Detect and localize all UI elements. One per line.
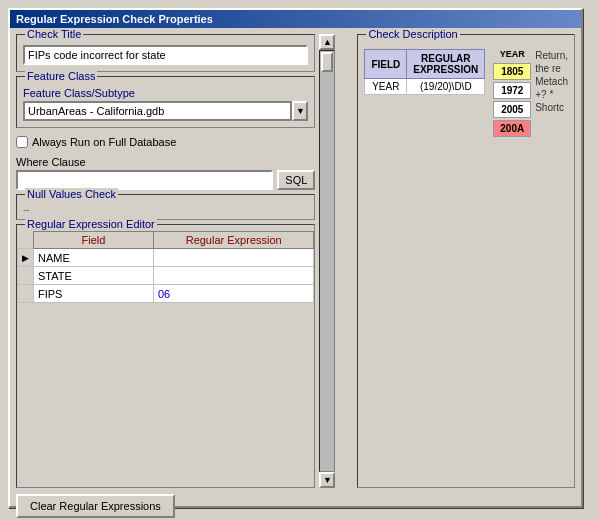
clear-button[interactable]: Clear Regular Expressions (16, 494, 175, 518)
regex-cell-fips[interactable]: 06 (154, 285, 314, 303)
feature-class-label: Feature Class (25, 70, 97, 82)
check-title-input[interactable] (23, 45, 308, 65)
always-run-checkbox[interactable] (16, 136, 28, 148)
year-cell-2005: 2005 (493, 101, 531, 118)
feature-class-sublabel: Feature Class/Subtype (23, 87, 308, 99)
description-diagram: FIELD REGULAREXPRESSION YEAR (19/20)\D\D (364, 49, 568, 137)
scrollbar: ▲ ▼ (319, 34, 335, 488)
field-header: FIELD (365, 50, 407, 79)
desc-example-table: FIELD REGULAREXPRESSION YEAR (19/20)\D\D (364, 49, 485, 95)
table-row: FIPS 06 (18, 285, 314, 303)
feature-class-input[interactable] (23, 101, 292, 121)
main-window: Regular Expression Check Properties Chec… (8, 8, 583, 508)
regex-header: REGULAREXPRESSION (407, 50, 485, 79)
year-cell-1805: 1805 (493, 63, 531, 80)
where-clause-label: Where Clause (16, 156, 315, 168)
feature-class-dropdown-btn[interactable]: ▼ (292, 101, 308, 121)
table-row: STATE (18, 267, 314, 285)
check-title-group: Check Title (16, 34, 315, 72)
left-panel: Check Title Feature Class Feature Class/… (16, 34, 315, 488)
check-title-label: Check Title (25, 28, 83, 40)
table-row: ▶ NAME (18, 249, 314, 267)
check-description-group: Check Description FIELD REGULAREXPRESSIO… (357, 34, 575, 488)
regex-editor-group: Regular Expression Editor Field Regular … (16, 224, 315, 488)
regex-cell-state[interactable] (154, 267, 314, 285)
panels-row: Check Title Feature Class Feature Class/… (10, 28, 581, 488)
where-clause-input[interactable] (16, 170, 273, 190)
null-values-label: Null Values Check (25, 188, 118, 200)
row-arrow-state (18, 267, 34, 285)
window-title: Regular Expression Check Properties (16, 13, 213, 25)
field-cell-name[interactable]: NAME (34, 249, 154, 267)
right-text-4: Shortc (535, 101, 568, 114)
sql-button[interactable]: SQL (277, 170, 315, 190)
feature-class-dropdown-container: ▼ (23, 101, 308, 121)
always-run-label: Always Run on Full Database (32, 136, 176, 148)
desc-field-cell: YEAR (365, 79, 407, 95)
scroll-thumb[interactable] (321, 52, 333, 72)
year-cell-200A: 200A (493, 120, 531, 137)
year-column: YEAR 1805 1972 2005 200A (493, 49, 531, 137)
desc-regex-cell: (19/20)\D\D (407, 79, 485, 95)
row-arrow-name: ▶ (18, 249, 34, 267)
null-values-group: Null Values Check -- (16, 194, 315, 220)
field-cell-state[interactable]: STATE (34, 267, 154, 285)
right-text-3: +? * (535, 88, 568, 101)
regex-column-header: Regular Expression (154, 232, 314, 249)
scroll-track (319, 50, 335, 472)
check-description-label: Check Description (366, 28, 459, 40)
row-arrow-fips (18, 285, 34, 303)
where-clause-section: Where Clause SQL (16, 152, 315, 190)
right-panel: Check Description FIELD REGULAREXPRESSIO… (357, 34, 575, 488)
year-header: YEAR (493, 49, 531, 61)
where-clause-row: SQL (16, 170, 315, 190)
regex-table: Field Regular Expression ▶ NAME (17, 231, 314, 303)
scroll-down-arrow[interactable]: ▼ (319, 472, 335, 488)
main-layout: Check Title Feature Class Feature Class/… (10, 28, 581, 520)
regex-cell-name[interactable] (154, 249, 314, 267)
feature-class-group: Feature Class Feature Class/Subtype ▼ (16, 76, 315, 128)
right-text-1: Return, the re (535, 49, 568, 75)
bottom-row: Clear Regular Expressions (10, 488, 581, 520)
regex-editor-label: Regular Expression Editor (25, 218, 157, 230)
null-values-dashes: -- (23, 204, 30, 215)
right-text-2: Metach (535, 75, 568, 88)
year-cell-1972: 1972 (493, 82, 531, 99)
right-side-description: Return, the re Metach +? * Shortc (535, 49, 568, 114)
desc-table-row: YEAR (19/20)\D\D (365, 79, 485, 95)
always-run-row: Always Run on Full Database (16, 136, 315, 148)
field-cell-fips[interactable]: FIPS (34, 285, 154, 303)
title-bar: Regular Expression Check Properties (10, 10, 581, 28)
field-column-header: Field (34, 232, 154, 249)
scroll-up-arrow[interactable]: ▲ (319, 34, 335, 50)
